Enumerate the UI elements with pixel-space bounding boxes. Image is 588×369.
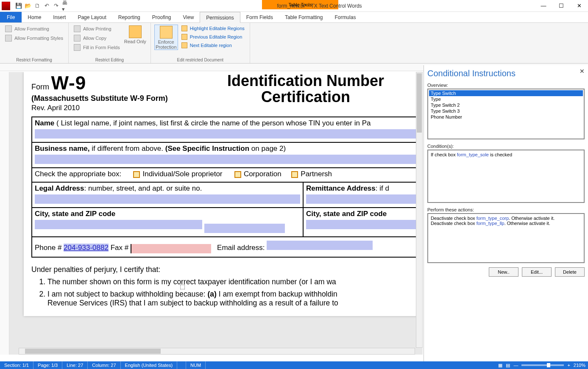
close-panel-button[interactable]: ✕: [580, 68, 585, 75]
checkbox-label: Check the appropriate box:: [35, 170, 121, 178]
name-field-editable[interactable]: [35, 129, 420, 139]
new-button[interactable]: New..: [489, 267, 518, 277]
previous-editable-region-button[interactable]: Previous Editable Region: [180, 33, 246, 41]
phone-value[interactable]: 204-933-0882: [64, 244, 109, 252]
scrollbar-thumb[interactable]: [417, 73, 422, 133]
tab-tableformatting[interactable]: Table Formatting: [279, 12, 329, 22]
tab-file[interactable]: File: [0, 12, 22, 22]
email-field[interactable]: [267, 241, 373, 250]
status-line[interactable]: Line: 27: [62, 361, 88, 369]
individual-checkbox[interactable]: [133, 171, 140, 178]
status-column[interactable]: Column: 27: [88, 361, 120, 369]
city-label: City, state and ZIP code: [35, 210, 115, 218]
partnership-checkbox[interactable]: [291, 171, 298, 178]
zoom-in-button[interactable]: +: [567, 363, 570, 368]
overview-item[interactable]: Type Switch 3: [429, 108, 583, 114]
status-num[interactable]: NUM: [186, 361, 206, 369]
allow-formatting-button[interactable]: Allow Formatting: [3, 25, 65, 33]
form-field-icon: [74, 44, 81, 51]
form-ref: form_type_sole: [457, 152, 489, 157]
allow-copy-button[interactable]: Allow Copy: [72, 34, 122, 42]
certify-item-1: The number shown on this form is my corr…: [47, 277, 423, 286]
read-only-button[interactable]: Read Only: [123, 25, 147, 52]
overview-list[interactable]: Type Switch Type Type Switch 2 Type Swit…: [427, 89, 585, 139]
name-label: Name: [35, 119, 54, 127]
highlight-editable-regions-button[interactable]: Highlight Editable Regions: [180, 25, 246, 32]
actions-label: Perform these actions:: [427, 207, 585, 212]
actions-box[interactable]: Deactivate check box form_type_corp. Oth…: [427, 213, 585, 263]
overview-item[interactable]: Type: [429, 96, 583, 102]
certify-heading: Under penalties of perjury, I certify th…: [31, 265, 423, 274]
undo-icon[interactable]: ↶: [43, 3, 50, 9]
open-icon[interactable]: 📂: [25, 3, 31, 9]
horizontal-scrollbar[interactable]: [19, 348, 415, 355]
group-label: Restrict Editing: [72, 58, 147, 62]
zoom-out-button[interactable]: —: [513, 363, 518, 368]
tab-permissions[interactable]: Permissions: [200, 12, 240, 23]
certify-item-2: I am not subject to backup withholding b…: [47, 290, 423, 308]
corporation-checkbox[interactable]: [234, 171, 241, 178]
form-title: Identification Number Certification: [188, 72, 423, 115]
form-ref: form_type_llp: [477, 221, 504, 226]
remittance-address-field[interactable]: [306, 194, 420, 204]
overview-label: Overview:: [427, 83, 585, 88]
lock-icon: [129, 25, 142, 38]
document-viewport[interactable]: Form W-9 (Massachusetts Substitute W-9 F…: [9, 72, 423, 355]
format-a-icon: [5, 25, 12, 32]
form-code: W-9: [51, 72, 86, 93]
overview-item[interactable]: Phone Number: [429, 114, 583, 120]
close-button[interactable]: ✕: [570, 0, 588, 12]
allow-printing-button[interactable]: Allow Printing: [72, 25, 122, 33]
legal-address-field[interactable]: [35, 194, 300, 204]
edit-button[interactable]: Edit...: [522, 267, 552, 277]
tab-pagelayout[interactable]: Page Layout: [72, 12, 112, 22]
zip-field1[interactable]: [204, 224, 285, 233]
fill-in-form-fields-button[interactable]: Fill in Form Fields: [72, 43, 122, 52]
overview-item[interactable]: Type Switch 2: [429, 102, 583, 108]
view-mode-icon2[interactable]: ▤: [506, 363, 510, 368]
tab-formulas[interactable]: Formulas: [329, 12, 362, 22]
tab-proofing[interactable]: Proofing: [146, 12, 177, 22]
save-icon[interactable]: 💾: [15, 3, 22, 9]
delete-button[interactable]: Delete: [555, 267, 585, 277]
enforce-protection-button[interactable]: Enforce Protection: [154, 25, 178, 50]
conditions-box[interactable]: If check box form_type_sole is checked: [427, 150, 585, 203]
maximize-button[interactable]: ☐: [552, 0, 570, 12]
zoom-level[interactable]: 210%: [574, 363, 585, 368]
panel-title: Conditional Instructions: [427, 69, 585, 78]
business-field-editable[interactable]: [35, 155, 420, 164]
business-label: Business name,: [35, 144, 89, 153]
zoom-knob[interactable]: [547, 363, 550, 367]
print-icon[interactable]: 🖶▾: [62, 3, 69, 9]
ribbon-tabs: File Home Insert Page Layout Reporting P…: [0, 12, 588, 23]
scrollbar-thumb[interactable]: [25, 349, 161, 354]
status-section[interactable]: Section: 1/1: [0, 361, 33, 369]
status-language[interactable]: English (United States): [121, 361, 178, 369]
vertical-ruler[interactable]: [0, 72, 9, 355]
tab-insert[interactable]: Insert: [47, 12, 72, 22]
new-icon[interactable]: 🗋: [34, 3, 41, 9]
status-page[interactable]: Page: 1/3: [33, 361, 62, 369]
minimize-button[interactable]: —: [535, 0, 552, 12]
city-field2[interactable]: [306, 220, 420, 229]
redo-icon[interactable]: ↷: [53, 3, 59, 9]
arrow-right-icon: [181, 42, 187, 48]
workspace: Form W-9 (Massachusetts Substitute W-9 F…: [0, 72, 423, 355]
highlight-icon: [181, 25, 187, 31]
tab-reporting[interactable]: Reporting: [112, 12, 146, 22]
status-overtype[interactable]: [177, 361, 186, 369]
fax-field-active[interactable]: [131, 244, 211, 253]
zoom-slider[interactable]: [521, 364, 564, 366]
city-field1[interactable]: [35, 220, 202, 229]
form-label: Form: [31, 83, 49, 91]
tab-home[interactable]: Home: [22, 12, 47, 22]
tab-formfields[interactable]: Form Fields: [240, 12, 279, 22]
vertical-scrollbar[interactable]: [416, 72, 423, 348]
view-mode-icon[interactable]: ▦: [498, 363, 502, 368]
overview-item[interactable]: Type Switch: [429, 90, 583, 96]
tab-view[interactable]: View: [177, 12, 200, 22]
next-editable-region-button[interactable]: Next Editable region: [180, 42, 246, 49]
group-label: Edit restricted Document: [154, 58, 246, 62]
allow-formatting-styles-button[interactable]: Allow Formatting Styles: [3, 34, 65, 42]
fax-label: Fax #: [109, 244, 131, 252]
